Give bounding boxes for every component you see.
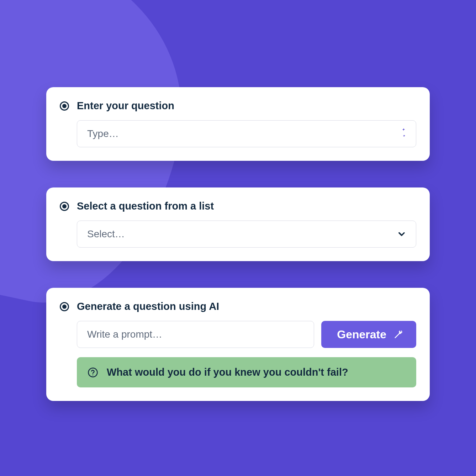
radio-enter-question[interactable] xyxy=(60,101,69,111)
card-title: Select a question from a list xyxy=(77,200,214,212)
generate-button-label: Generate xyxy=(337,328,386,341)
input-row: Type… xyxy=(77,120,416,147)
generated-result: What would you do if you knew you couldn… xyxy=(77,357,416,387)
generated-result-text: What would you do if you knew you couldn… xyxy=(107,366,348,378)
magic-wand-icon xyxy=(393,329,403,339)
input-placeholder: Type… xyxy=(87,128,119,139)
chevron-down-icon xyxy=(397,229,407,239)
card-enter-question: Enter your question Type… xyxy=(46,87,430,161)
content-column: Enter your question Type… Select a quest… xyxy=(0,0,476,401)
card-header: Generate a question using AI xyxy=(60,301,416,312)
card-header: Enter your question xyxy=(60,100,416,112)
prompt-input[interactable]: Write a prompt… xyxy=(77,321,314,348)
card-title: Generate a question using AI xyxy=(77,301,219,312)
input-placeholder: Write a prompt… xyxy=(87,329,162,340)
input-row: Write a prompt… Generate xyxy=(77,321,416,348)
card-select-question: Select a question from a list Select… xyxy=(46,187,430,261)
question-select[interactable]: Select… xyxy=(77,221,416,248)
card-generate-question: Generate a question using AI Write a pro… xyxy=(46,288,430,401)
question-circle-icon xyxy=(88,367,98,378)
radio-generate-question[interactable] xyxy=(60,302,69,311)
svg-point-1 xyxy=(89,368,97,377)
generate-button[interactable]: Generate xyxy=(321,321,416,348)
card-title: Enter your question xyxy=(77,100,174,112)
input-row: Select… xyxy=(77,221,416,248)
question-input[interactable]: Type… xyxy=(77,120,416,147)
card-header: Select a question from a list xyxy=(60,200,416,212)
radio-select-question[interactable] xyxy=(60,202,69,211)
page-background: Enter your question Type… Select a quest… xyxy=(0,0,476,476)
sparkles-icon xyxy=(395,128,407,140)
select-placeholder: Select… xyxy=(87,228,125,240)
